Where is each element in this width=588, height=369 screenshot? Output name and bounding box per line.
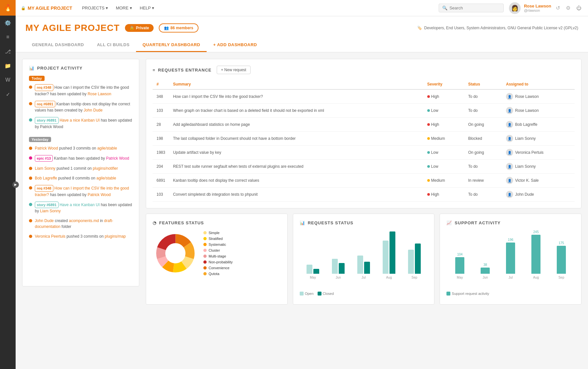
search-input[interactable]	[449, 6, 500, 10]
cell-status: On going	[464, 118, 502, 132]
support-bar-group: 104May	[449, 257, 471, 279]
sidebar-icon-tasks[interactable]: ✓	[0, 87, 16, 101]
col-assignee: Assigned to	[502, 79, 575, 89]
features-status-card: ◔ FEATURES STATUS	[146, 214, 288, 305]
story-tag[interactable]: story #6891	[35, 117, 59, 124]
req-tag[interactable]: req #348	[35, 185, 53, 192]
req-tag[interactable]: req #348	[35, 84, 53, 91]
activity-link[interactable]: agile/stable	[97, 146, 117, 151]
activity-link[interactable]: plugins/notifier	[93, 166, 118, 171]
activity-link[interactable]: Bob Lagreffe	[35, 176, 57, 180]
cell-status: Blocked	[464, 132, 502, 146]
tab-general-dashboard[interactable]: GENERAL DASHBOARD	[25, 38, 90, 52]
severity-dot	[427, 151, 430, 154]
activity-link[interactable]: Have a nice Kanban UI	[60, 203, 100, 207]
activity-text: John Dude created acomponents.md in draf…	[35, 218, 132, 230]
bar-pair	[332, 259, 345, 274]
activity-link[interactable]: Liam Sonny	[40, 209, 61, 213]
activity-link[interactable]: Patrick Wood	[88, 192, 111, 197]
activity-link[interactable]: Rose Lawson	[88, 92, 111, 96]
severity-dot	[427, 193, 430, 196]
activity-link[interactable]: John Dude	[84, 108, 103, 112]
support-bars-area: 104May38Jun196Jul245Aug175Sep	[446, 231, 575, 279]
day-yesterday: Yesterday	[29, 137, 51, 142]
nav-help[interactable]: HELP ▾	[137, 4, 157, 12]
navbar: 🔒 MY AGILE PROJECT PROJECTS ▾ MORE ▾ HEL…	[16, 0, 588, 16]
story-tag[interactable]: story #6891	[35, 202, 59, 208]
user-avatar[interactable]: 👩	[509, 2, 521, 14]
day-today: Today	[29, 76, 45, 81]
legend-label: Stratified	[209, 237, 223, 241]
cell-status: In review	[464, 174, 502, 188]
tab-quarterly-dashboard[interactable]: QUARTERLY DASHBOARD	[136, 38, 207, 52]
activity-link[interactable]: John Dude	[35, 218, 54, 223]
activity-text: story #6891 Have a nice Kanban UI has be…	[35, 202, 132, 214]
cell-assignee: 👤 Bob Lagreffe	[502, 118, 575, 132]
col-severity: Severity	[423, 79, 464, 89]
support-bar-group: 38Jun	[474, 268, 496, 279]
cell-summary: REST test suite runner segfault when tes…	[169, 160, 423, 174]
sidebar-icon-wiki[interactable]: W	[0, 73, 16, 87]
activity-link[interactable]: Veronica Peertuis	[35, 234, 65, 239]
badge-private[interactable]: 🔒 Private	[125, 24, 154, 32]
activity-link[interactable]: agile/stable	[96, 176, 116, 180]
cell-assignee: 👤 Rose Lawson	[502, 89, 575, 104]
activity-link[interactable]: Patrick Wood	[35, 146, 58, 151]
tag-icon: 🏷️	[417, 26, 422, 30]
activity-link[interactable]: acomponents.md	[69, 218, 99, 223]
cell-id: 1983	[153, 146, 169, 160]
svg-point-8	[170, 247, 181, 259]
activity-link[interactable]: Patrick Wood	[106, 156, 129, 161]
sidebar-logo[interactable]: 🔥	[0, 0, 16, 16]
nav-projects[interactable]: PROJECTS ▾	[79, 4, 111, 12]
support-bar: 245	[531, 235, 540, 274]
epic-tag[interactable]: epic #13	[35, 155, 53, 162]
badge-members[interactable]: 👥 86 members	[159, 23, 198, 33]
legend-item: Cluster	[203, 248, 233, 252]
sidebar-icon-branch[interactable]: ⎇	[0, 44, 16, 59]
req-tag[interactable]: req #6891	[35, 101, 55, 108]
activity-link[interactable]: Have a nice Kanban UI	[60, 118, 100, 123]
sidebar-toggle[interactable]: ▶	[12, 181, 19, 188]
user-handle: @rlawson	[524, 8, 551, 12]
tab-ci-builds[interactable]: ALL CI BUILDS	[90, 38, 136, 52]
bar	[313, 269, 319, 274]
gear-icon[interactable]: ⚙	[565, 4, 572, 12]
activity-text: Bob Lagreffe pushed 8 commits on agile/s…	[35, 175, 116, 181]
chart-legend-item: Open	[300, 292, 314, 296]
activity-panel: 📊 PROJECT ACTIVITY Today req #348 How ca…	[22, 59, 139, 286]
activity-text: epic #13 Kanban has been updated by Patr…	[35, 155, 129, 162]
bar	[339, 263, 345, 274]
activity-link[interactable]: Liam Sonny	[35, 166, 55, 171]
assignee-avatar: 👤	[506, 149, 513, 156]
sidebar-icon-files[interactable]: 📁	[0, 59, 16, 73]
req-status-title: 📊 REQUESTS STATUS	[300, 220, 428, 225]
table-row: 1983 Update artifact value by key Low On…	[153, 146, 575, 160]
cell-status: To do	[464, 188, 502, 202]
navbar-project-name[interactable]: MY AGILE PROJECT	[28, 6, 72, 11]
power-icon[interactable]: ⏻	[575, 4, 583, 12]
tab-add-dashboard[interactable]: + Add Dashboard	[207, 38, 264, 52]
new-request-button[interactable]: + New request	[217, 66, 251, 74]
activity-dot	[29, 147, 32, 150]
sidebar: 🔥 ⚙️ ≡ ⎇ 📁 W ✓ ▶	[0, 0, 16, 311]
severity-dot	[427, 109, 430, 112]
history-icon[interactable]: ↺	[554, 4, 561, 12]
cell-assignee: 👤 Liam Sonny	[502, 160, 575, 174]
donut-container: SimpleStratifiedSystematicClusterMulti-s…	[153, 231, 281, 276]
activity-text: story #6891 Have a nice Kanban UI has be…	[35, 117, 132, 130]
legend-item: Non-probability	[203, 260, 233, 264]
sidebar-icon-settings[interactable]: ⚙️	[0, 16, 16, 30]
legend-label: Multi-stage	[209, 254, 226, 258]
activity-text: Liam Sonny pushed 1 commit on plugins/no…	[35, 165, 118, 171]
assignee-name: Veronica Pertuis	[515, 150, 543, 155]
activity-item: Liam Sonny pushed 1 commit on plugins/no…	[29, 165, 132, 171]
nav-more[interactable]: MORE ▾	[113, 4, 135, 12]
bar-label: Jul	[362, 276, 366, 279]
sidebar-icon-menu[interactable]: ≡	[0, 30, 16, 44]
support-bar-label: Jun	[483, 276, 488, 279]
cell-status: On going	[464, 146, 502, 160]
right-panel: ≡ REQUESTS ENTRANCE + New request # Summ…	[146, 59, 581, 305]
activity-link[interactable]: plugins/map	[105, 234, 126, 239]
requests-card: ≡ REQUESTS ENTRANCE + New request # Summ…	[146, 59, 581, 208]
